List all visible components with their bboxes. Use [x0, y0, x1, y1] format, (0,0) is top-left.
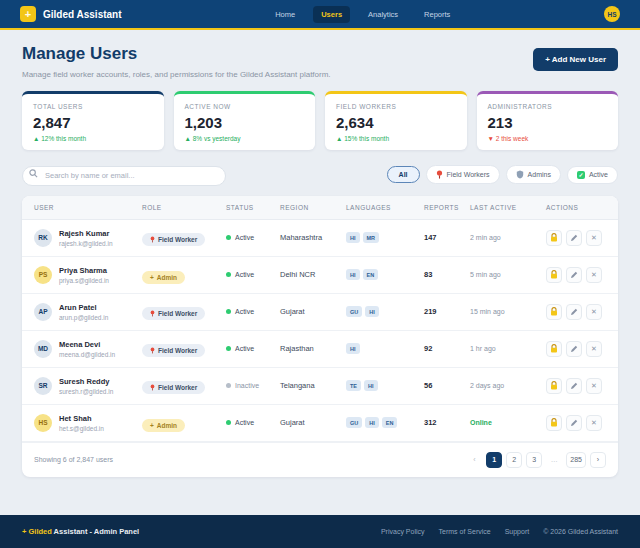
last-active-cell: 5 min ago: [470, 271, 546, 278]
stat-label: FIELD WORKERS: [336, 103, 456, 110]
filter-all[interactable]: All: [387, 166, 420, 183]
add-new-user-button[interactable]: + Add New User: [533, 48, 618, 71]
lock-icon[interactable]: [546, 378, 562, 394]
shield-icon: [516, 170, 524, 179]
lock-icon[interactable]: [546, 230, 562, 246]
lock-icon[interactable]: [546, 415, 562, 431]
user-name: Meena Devi: [59, 340, 115, 349]
lock-icon[interactable]: [546, 304, 562, 320]
stat-label: ACTIVE NOW: [185, 103, 305, 110]
nav-item-analytics[interactable]: Analytics: [360, 6, 406, 23]
user-name: Rajesh Kumar: [59, 229, 113, 238]
col-last-active: LAST ACTIVE: [470, 204, 546, 211]
page-button-2[interactable]: 2: [506, 452, 522, 468]
role-badge: +Admin: [142, 419, 185, 432]
edit-icon[interactable]: [566, 415, 582, 431]
edit-icon[interactable]: [566, 341, 582, 357]
actions-cell: ✕: [546, 415, 606, 431]
nav-item-home[interactable]: Home: [267, 6, 303, 23]
pin-icon: [150, 384, 155, 391]
stat-delta: ▼ 2 this week: [488, 135, 608, 142]
nav-item-reports[interactable]: Reports: [416, 6, 458, 23]
col-status: STATUS: [226, 204, 280, 211]
role-label: Admin: [157, 422, 177, 429]
user-name: Arun Patel: [59, 303, 108, 312]
region-cell: Telangana: [280, 381, 346, 390]
user-cell: SR Suresh Reddy suresh.r@gilded.in: [34, 377, 142, 395]
actions-cell: ✕: [546, 341, 606, 357]
user-avatar[interactable]: HS: [604, 6, 620, 22]
stat-card-administrators: ADMINISTRATORS 213 ▼ 2 this week: [477, 91, 619, 150]
filter-admins[interactable]: Admins: [506, 165, 561, 184]
region-cell: Delhi NCR: [280, 270, 346, 279]
filter-field-workers[interactable]: Field Workers: [426, 165, 500, 184]
stat-label: ADMINISTRATORS: [488, 103, 608, 110]
filter-active[interactable]: ✓ Active: [567, 166, 618, 184]
edit-icon[interactable]: [566, 267, 582, 283]
table-row: PS Priya Sharma priya.s@gilded.in +Admin…: [22, 257, 618, 294]
edit-icon[interactable]: [566, 378, 582, 394]
nav-item-users[interactable]: Users: [313, 6, 350, 23]
languages-cell: HI EN: [346, 269, 424, 280]
language-pill: HI: [346, 232, 360, 243]
user-email: het.s@gilded.in: [59, 425, 104, 432]
footer-brand: + Gilded Assistant - Admin Panel: [22, 527, 139, 536]
status-dot: [226, 309, 231, 314]
delete-icon[interactable]: ✕: [586, 415, 602, 431]
edit-icon[interactable]: [566, 230, 582, 246]
edit-icon[interactable]: [566, 304, 582, 320]
language-pill: HI: [364, 380, 378, 391]
user-cell: MD Meena Devi meena.d@gilded.in: [34, 340, 142, 358]
role-badge: +Admin: [142, 271, 185, 284]
status-label: Active: [235, 308, 254, 315]
reports-cell: 312: [424, 418, 470, 427]
user-name: Suresh Reddy: [59, 377, 113, 386]
delete-icon[interactable]: ✕: [586, 304, 602, 320]
lock-icon[interactable]: [546, 267, 562, 283]
col-user: USER: [34, 204, 142, 211]
actions-cell: ✕: [546, 230, 606, 246]
status-dot: [226, 383, 231, 388]
actions-cell: ✕: [546, 267, 606, 283]
page-button-3[interactable]: 3: [526, 452, 542, 468]
delete-icon[interactable]: ✕: [586, 230, 602, 246]
lock-icon[interactable]: [546, 341, 562, 357]
reports-cell: 219: [424, 307, 470, 316]
col-region: REGION: [280, 204, 346, 211]
language-pill: GU: [346, 417, 362, 428]
page-button-285[interactable]: 285: [566, 452, 586, 468]
footer-link-support[interactable]: Support: [505, 528, 530, 535]
language-pill: GU: [346, 306, 362, 317]
footer-copyright: © 2026 Gilded Assistant: [543, 528, 618, 535]
avatar: MD: [34, 340, 52, 358]
footer-link-terms[interactable]: Terms of Service: [439, 528, 491, 535]
delete-icon[interactable]: ✕: [586, 267, 602, 283]
stat-card-field-workers: FIELD WORKERS 2,634 ▲ 15% this month: [325, 91, 467, 150]
language-pill: HI: [346, 343, 360, 354]
role-label: Field Worker: [158, 236, 197, 243]
brand-logo-icon: +: [20, 6, 36, 22]
language-pill: EN: [382, 417, 398, 428]
status-label: Active: [235, 419, 254, 426]
next-page-button[interactable]: ›: [590, 452, 606, 468]
delete-icon[interactable]: ✕: [586, 378, 602, 394]
footer-link-privacy[interactable]: Privacy Policy: [381, 528, 425, 535]
page-button-1[interactable]: 1: [486, 452, 502, 468]
user-cell: RK Rajesh Kumar rajesh.k@gilded.in: [34, 229, 142, 247]
prev-page-button[interactable]: ‹: [466, 452, 482, 468]
stat-value: 2,634: [336, 114, 456, 131]
languages-cell: HI: [346, 343, 424, 354]
status-cell: Active: [226, 271, 280, 278]
top-navbar: + Gilded Assistant Home Users Analytics …: [0, 0, 640, 30]
col-reports: REPORTS: [424, 204, 470, 211]
actions-cell: ✕: [546, 304, 606, 320]
user-cell: AP Arun Patel arun.p@gilded.in: [34, 303, 142, 321]
status-cell: Active: [226, 419, 280, 426]
actions-cell: ✕: [546, 378, 606, 394]
search-input[interactable]: [22, 166, 226, 186]
delete-icon[interactable]: ✕: [586, 341, 602, 357]
col-role: ROLE: [142, 204, 226, 211]
main-nav: Home Users Analytics Reports: [267, 6, 458, 23]
avatar: RK: [34, 229, 52, 247]
languages-cell: GU HI: [346, 306, 424, 317]
